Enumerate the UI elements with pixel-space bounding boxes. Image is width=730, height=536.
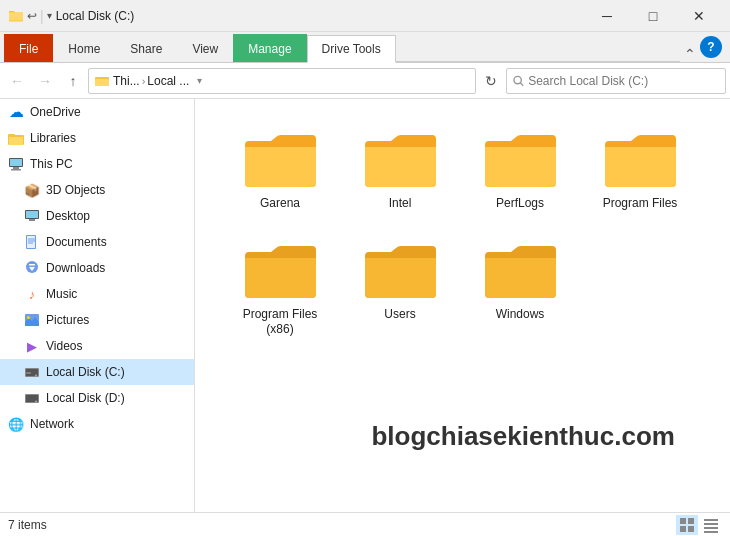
search-input[interactable] [528,74,719,88]
folder-program-files-icon [603,127,678,192]
close-button[interactable]: ✕ [676,0,722,32]
tab-drive-tools[interactable]: Drive Tools [307,35,396,63]
title-bar-left: ↩ | ▾ Local Disk (C:) [8,8,134,24]
sidebar-label-videos: Videos [46,339,186,353]
view-large-icons-button[interactable] [676,515,698,535]
sidebar: ☁ OneDrive Libraries This PC 📦 3D Object… [0,99,195,512]
folder-windows-label: Windows [496,307,545,323]
view-toggle [676,515,722,535]
folder-program-files-x86-label: Program Files (x86) [229,307,331,338]
3d-objects-icon: 📦 [24,182,40,198]
tab-share[interactable]: Share [115,34,177,62]
sidebar-item-libraries[interactable]: Libraries [0,125,194,151]
ribbon-spacer [396,61,680,62]
sidebar-label-pictures: Pictures [46,313,186,327]
breadcrumb-part-2[interactable]: Local ... [147,74,189,88]
ribbon-chevron[interactable]: ⌃ [680,46,700,62]
sidebar-label-downloads: Downloads [46,261,186,275]
sidebar-item-local-disk-d[interactable]: Local Disk (D:) [0,385,194,411]
minimize-button[interactable]: ─ [584,0,630,32]
folder-users[interactable]: Users [345,230,455,346]
search-icon [513,75,524,87]
videos-icon: ▶ [24,338,40,354]
sidebar-item-3d-objects[interactable]: 📦 3D Objects [0,177,194,203]
address-bar-icon [95,74,109,88]
maximize-button[interactable]: □ [630,0,676,32]
folder-windows[interactable]: Windows [465,230,575,346]
watermark: blogchiasekienthuc.com [371,421,674,452]
local-disk-d-icon [24,390,40,406]
forward-button[interactable]: → [32,68,58,94]
qs-down[interactable]: ▾ [47,10,52,21]
qs-back[interactable]: ↩ [27,9,37,23]
search-bar[interactable] [506,68,726,94]
svg-rect-1 [95,79,109,86]
svg-rect-6 [8,134,15,136]
tab-view[interactable]: View [177,34,233,62]
svg-rect-33 [688,518,694,524]
svg-rect-5 [9,137,23,145]
folder-intel[interactable]: Intel [345,119,455,220]
svg-rect-13 [29,219,35,221]
address-dropdown-arrow[interactable]: ▾ [197,75,202,86]
sidebar-scroll: ☁ OneDrive Libraries This PC 📦 3D Object… [0,99,194,437]
svg-rect-38 [704,527,718,529]
up-button[interactable]: ↑ [60,68,86,94]
tab-manage[interactable]: Manage [233,34,306,62]
folder-users-label: Users [384,307,415,323]
svg-rect-35 [688,526,694,532]
sidebar-item-onedrive[interactable]: ☁ OneDrive [0,99,194,125]
sidebar-item-network[interactable]: 🌐 Network [0,411,194,437]
folder-perflogs[interactable]: PerfLogs [465,119,575,220]
sidebar-item-this-pc[interactable]: This PC [0,151,194,177]
quick-access-toolbar: ↩ | ▾ [8,8,52,24]
address-bar[interactable]: Thi... › Local ... ▾ [88,68,476,94]
navigation-bar: ← → ↑ Thi... › Local ... ▾ ↻ [0,63,730,99]
folder-intel-label: Intel [389,196,412,212]
sidebar-item-music[interactable]: ♪ Music [0,281,194,307]
sidebar-item-pictures[interactable]: Pictures [0,307,194,333]
svg-rect-37 [704,523,718,525]
sidebar-item-local-disk-c[interactable]: Local Disk (C:) [0,359,194,385]
this-pc-icon [8,156,24,172]
svg-rect-10 [11,169,21,171]
refresh-button[interactable]: ↻ [478,68,504,94]
main-area: ☁ OneDrive Libraries This PC 📦 3D Object… [0,99,730,512]
view-details-button[interactable] [700,515,722,535]
svg-point-2 [514,76,521,83]
back-button[interactable]: ← [4,68,30,94]
svg-point-24 [27,316,30,319]
sidebar-item-documents[interactable]: Documents [0,229,194,255]
svg-rect-21 [29,264,35,266]
tab-home[interactable]: Home [53,34,115,62]
sidebar-item-downloads[interactable]: Downloads [0,255,194,281]
sidebar-label-libraries: Libraries [30,131,186,145]
folder-garena[interactable]: Garena [225,119,335,220]
folder-program-files[interactable]: Program Files [585,119,695,220]
local-disk-c-icon [24,364,40,380]
svg-rect-12 [26,211,38,218]
folder-intel-icon [363,127,438,192]
music-icon: ♪ [24,286,40,302]
sidebar-item-desktop[interactable]: Desktop [0,203,194,229]
svg-point-31 [35,401,37,403]
folder-perflogs-label: PerfLogs [496,196,544,212]
svg-rect-39 [704,531,718,533]
help-button[interactable]: ? [700,36,722,58]
documents-icon [24,234,40,250]
libraries-icon [8,130,24,146]
sidebar-label-3d-objects: 3D Objects [46,183,186,197]
breadcrumb-part-1[interactable]: Thi... [113,74,140,88]
folder-windows-icon [483,238,558,303]
svg-rect-28 [26,373,31,374]
svg-rect-34 [680,526,686,532]
breadcrumb: Thi... › Local ... [113,74,189,88]
window-controls: ─ □ ✕ [584,0,722,32]
ribbon-tab-bar: File Home Share View Manage Drive Tools … [0,32,730,62]
details-view-icon [703,517,719,533]
title-bar: ↩ | ▾ Local Disk (C:) ─ □ ✕ [0,0,730,32]
folder-program-files-x86[interactable]: Program Files (x86) [225,230,335,346]
sidebar-label-this-pc: This PC [30,157,186,171]
sidebar-item-videos[interactable]: ▶ Videos [0,333,194,359]
tab-file[interactable]: File [4,34,53,62]
